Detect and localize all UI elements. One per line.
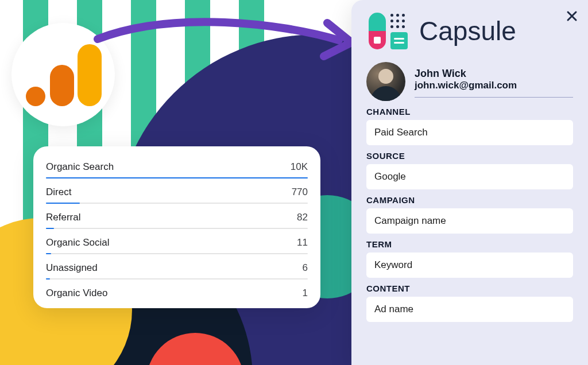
channel-label: Organic Search: [46, 161, 114, 173]
channel-label: Referral: [46, 212, 80, 223]
channel-bar: [46, 228, 308, 229]
channel-row[interactable]: Unassigned6: [46, 258, 308, 283]
channel-row[interactable]: Referral82: [46, 207, 308, 232]
utm-field: SOURCEGoogle: [366, 151, 573, 189]
close-icon: [565, 9, 579, 23]
contact-info: John Wick john.wick@gmail.com: [415, 65, 573, 98]
capsule-brand: Capsule: [369, 13, 573, 49]
arrow-icon: [92, 16, 356, 85]
channel-label: Unassigned: [46, 262, 98, 274]
channel-value: 82: [297, 212, 308, 223]
field-value[interactable]: Ad name: [366, 297, 573, 322]
field-label: TERM: [366, 239, 573, 249]
channel-row[interactable]: Direct770: [46, 182, 308, 207]
contact-email: john.wick@gmail.com: [415, 80, 573, 91]
channel-bar: [46, 177, 308, 178]
contact-name: John Wick: [415, 68, 573, 80]
analytics-icon: [26, 43, 100, 106]
channel-value: 6: [303, 262, 308, 274]
channel-value: 10K: [291, 161, 308, 173]
channel-label: Organic Social: [46, 237, 110, 248]
channel-label: Direct: [46, 187, 71, 198]
utm-field: CHANNELPaid Search: [366, 107, 573, 145]
channel-value: 11: [297, 237, 308, 248]
field-value[interactable]: Campaign name: [366, 208, 573, 234]
field-label: CHANNEL: [366, 107, 573, 117]
field-label: CAMPAIGN: [366, 195, 573, 205]
analytics-channels-card: Organic Search10KDirect770Referral82Orga…: [33, 146, 320, 308]
utm-field: CONTENTAd name: [366, 284, 573, 322]
capsule-logo-icon: [369, 13, 410, 49]
channel-row[interactable]: Organic Search10K: [46, 157, 308, 182]
field-value[interactable]: Paid Search: [366, 120, 573, 145]
capsule-panel: Capsule John Wick john.wick@gmail.com CH…: [351, 0, 588, 365]
field-label: CONTENT: [366, 284, 573, 293]
close-button[interactable]: [562, 6, 582, 26]
avatar: [366, 62, 405, 101]
capsule-brand-text: Capsule: [419, 15, 516, 46]
field-label: SOURCE: [366, 151, 573, 161]
channel-row[interactable]: Organic Social11: [46, 232, 308, 258]
channel-value: 770: [292, 187, 308, 198]
channel-bar: [46, 253, 308, 254]
channel-bar: [46, 203, 308, 204]
contact-header: John Wick john.wick@gmail.com: [366, 62, 573, 101]
channel-bar: [46, 278, 308, 279]
channel-value: 1: [303, 288, 308, 299]
utm-field: TERMKeyword: [366, 239, 573, 278]
utm-field: CAMPAIGNCampaign name: [366, 195, 573, 234]
field-value[interactable]: Google: [366, 164, 573, 189]
channel-label: Organic Video: [46, 288, 107, 299]
channel-row[interactable]: Organic Video1: [46, 283, 308, 302]
field-value[interactable]: Keyword: [366, 253, 573, 278]
